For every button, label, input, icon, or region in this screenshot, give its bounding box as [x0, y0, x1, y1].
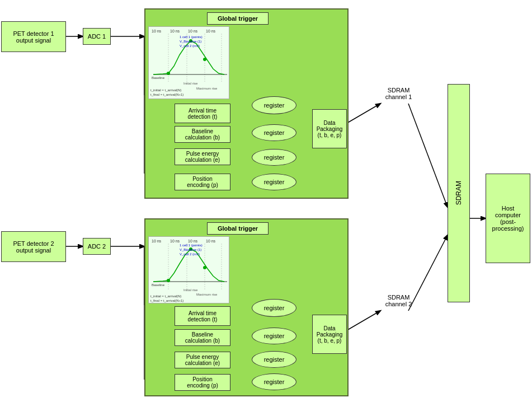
svg-line-19: [408, 104, 448, 207]
adc-2-label: ADC 2: [88, 243, 106, 250]
register-2-ch1: register: [252, 124, 296, 141]
svg-point-50: [167, 72, 170, 75]
position-2-box: Position encoding (p): [175, 374, 230, 391]
svg-text:10 ns: 10 ns: [152, 239, 162, 243]
svg-text:Baseline: Baseline: [152, 76, 165, 80]
global-trigger-1-box: Global trigger: [207, 12, 269, 25]
register-1-ch1-label: register: [264, 102, 285, 109]
graph-area-1: 10 ns 10 ns 10 ns 10 ns Baseline 1: [148, 26, 229, 99]
svg-text:V_Baseline (1): V_Baseline (1): [180, 40, 201, 43]
arrival-time-1-box: Arrival time detection (t): [175, 104, 230, 123]
register-1-ch2: register: [252, 299, 296, 317]
svg-text:10 ns: 10 ns: [206, 239, 216, 243]
pulse-energy-2-label: Pulse energy calculation (e): [185, 354, 220, 366]
svg-text:10 ns: 10 ns: [152, 29, 162, 33]
graph-svg-1: 10 ns 10 ns 10 ns 10 ns Baseline 1: [149, 27, 229, 99]
svg-text:10 ns: 10 ns: [170, 29, 180, 33]
svg-text:10 ns: 10 ns: [206, 29, 216, 33]
svg-text:1 cell 1 (points): 1 cell 1 (points): [180, 244, 203, 247]
global-trigger-2-box: Global trigger: [207, 222, 269, 235]
arrival-time-1-label: Arrival time detection (t): [188, 107, 218, 120]
sdram-channel-2-label-area: SDRAM channel 2: [380, 294, 417, 307]
register-4-ch1: register: [252, 174, 296, 190]
svg-text:V_cell 2 (mV): V_cell 2 (mV): [180, 44, 200, 48]
data-packaging-2-label: Data Packaging (t, b, e, p): [317, 325, 343, 344]
baseline-1-box: Baseline calculation (b): [175, 126, 230, 143]
adc-2-box: ADC 2: [83, 238, 111, 255]
pulse-energy-1-box: Pulse energy calculation (e): [175, 148, 230, 165]
register-4-ch1-label: register: [264, 179, 285, 185]
adc-1-label: ADC 1: [88, 33, 106, 40]
host-computer-box: Host computer (post-processing): [486, 174, 530, 263]
sdram-main-box: SDRAM: [448, 84, 470, 302]
host-computer-label: Host computer (post-processing): [486, 205, 530, 232]
diagram: PET detector 1 output signal ADC 1 Globa…: [0, 0, 532, 402]
svg-text:1 cell 1 (points): 1 cell 1 (points): [180, 35, 203, 39]
svg-text:Baseline: Baseline: [152, 283, 165, 287]
global-trigger-1-label: Global trigger: [218, 15, 258, 22]
svg-text:Initial rise: Initial rise: [183, 82, 198, 85]
graph-area-2: 10 ns 10 ns 10 ns 10 ns Baseline 1 cell …: [148, 236, 229, 303]
sdram-channel-2-label: SDRAM channel 2: [385, 294, 412, 307]
register-1-ch1: register: [252, 96, 296, 114]
svg-text:V_cell 2 (mV): V_cell 2 (mV): [180, 253, 200, 256]
outer-container-2: Global trigger 10 ns 10 ns 10 ns 10 ns B…: [144, 218, 349, 396]
pet-detector-1-box: PET detector 1 output signal: [1, 21, 66, 52]
svg-line-16: [347, 104, 380, 123]
svg-text:t_final = t_arrival(N+1): t_final = t_arrival(N+1): [150, 93, 183, 96]
pet-detector-2-box: PET detector 2 output signal: [1, 231, 66, 262]
data-packaging-2-box: Data Packaging (t, b, e, p): [312, 315, 347, 354]
sdram-channel-1-label-area: SDRAM channel 1: [380, 87, 417, 100]
register-2-ch2: register: [252, 328, 296, 344]
outer-container-1: Global trigger 10 ns 10 ns 10 ns 10 ns: [144, 8, 349, 199]
svg-text:10 ns: 10 ns: [170, 239, 180, 243]
position-1-label: Position encoding (p): [187, 176, 218, 188]
arrival-time-2-label: Arrival time detection (t): [188, 310, 218, 322]
pet-detector-2-label: PET detector 2 output signal: [13, 240, 54, 254]
svg-text:Maximum rise: Maximum rise: [196, 87, 218, 90]
svg-text:Maximum rise: Maximum rise: [196, 293, 218, 296]
svg-point-70: [167, 279, 170, 282]
svg-text:10 ns: 10 ns: [188, 29, 198, 33]
baseline-2-box: Baseline calculation (b): [175, 329, 230, 346]
register-2-ch1-label: register: [264, 129, 285, 136]
register-3-ch1: register: [252, 149, 296, 166]
register-3-ch2: register: [252, 351, 296, 368]
arrival-time-2-box: Arrival time detection (t): [175, 306, 230, 326]
baseline-1-label: Baseline calculation (b): [185, 128, 220, 141]
baseline-2-label: Baseline calculation (b): [185, 331, 220, 344]
svg-text:t_initial = t_arrival(N): t_initial = t_arrival(N): [150, 295, 181, 298]
svg-text:Initial rise: Initial rise: [183, 288, 198, 292]
svg-text:10 ns: 10 ns: [188, 239, 198, 243]
svg-text:t_final = t_arrival(N+1): t_final = t_arrival(N+1): [150, 299, 183, 302]
svg-point-72: [203, 266, 206, 269]
svg-text:t_initial = t_arrival(N): t_initial = t_arrival(N): [150, 88, 181, 92]
register-4-ch2: register: [252, 373, 296, 390]
register-4-ch2-label: register: [264, 378, 285, 385]
pet-detector-1-label: PET detector 1 output signal: [13, 30, 54, 44]
svg-line-36: [347, 311, 380, 330]
sdram-channel-1-label: SDRAM channel 1: [385, 87, 412, 100]
svg-text:V_Baseline (1): V_Baseline (1): [180, 248, 201, 251]
register-2-ch2-label: register: [264, 333, 285, 339]
global-trigger-2-label: Global trigger: [218, 225, 258, 232]
svg-point-52: [203, 58, 206, 61]
register-3-ch1-label: register: [264, 154, 285, 161]
register-3-ch2-label: register: [264, 356, 285, 363]
position-1-box: Position encoding (p): [175, 174, 230, 190]
pulse-energy-1-label: Pulse energy calculation (e): [185, 151, 220, 163]
sdram-main-label: SDRAM: [455, 181, 463, 205]
adc-1-box: ADC 1: [83, 28, 111, 45]
register-1-ch2-label: register: [264, 305, 285, 311]
data-packaging-1-label: Data Packaging (t, b, e, p): [317, 120, 343, 138]
graph-svg-2: 10 ns 10 ns 10 ns 10 ns Baseline 1 cell …: [149, 237, 229, 303]
data-packaging-1-box: Data Packaging (t, b, e, p): [312, 109, 347, 148]
pulse-energy-2-box: Pulse energy calculation (e): [175, 352, 230, 368]
position-2-label: Position encoding (p): [187, 376, 218, 389]
